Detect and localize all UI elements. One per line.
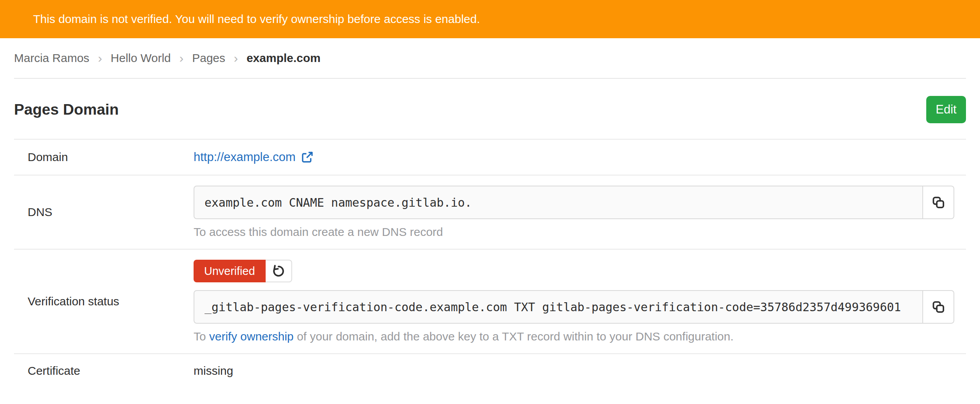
- dns-record-input-group: [194, 186, 954, 219]
- breadcrumb-item-user[interactable]: Marcia Ramos: [14, 51, 89, 65]
- verification-help-text: To verify ownership of your domain, add …: [194, 330, 954, 343]
- verification-copy-button[interactable]: [923, 290, 954, 324]
- domain-settings-table: Domain http://example.com DNS: [14, 139, 966, 388]
- breadcrumb: Marcia Ramos › Hello World › Pages › exa…: [14, 38, 966, 79]
- unverified-status-badge: Unverified: [194, 260, 266, 282]
- edit-button[interactable]: Edit: [926, 96, 966, 123]
- domain-link[interactable]: http://example.com: [194, 150, 314, 164]
- verification-row-label: Verification status: [14, 250, 194, 353]
- page-title: Pages Domain: [14, 101, 119, 118]
- breadcrumb-item-pages[interactable]: Pages: [192, 51, 225, 65]
- table-row-verification: Verification status Unverified: [14, 250, 966, 354]
- breadcrumb-item-current-domain: example.com: [247, 51, 321, 65]
- page-container: Marcia Ramos › Hello World › Pages › exa…: [0, 38, 980, 388]
- warning-banner-text: This domain is not verified. You will ne…: [33, 12, 480, 26]
- verification-code-input[interactable]: [194, 290, 923, 324]
- external-link-icon: [301, 151, 314, 163]
- table-row-certificate: Certificate missing: [14, 354, 966, 388]
- retry-icon: [271, 264, 286, 278]
- page-header: Pages Domain Edit: [14, 79, 966, 139]
- domain-link-text: http://example.com: [194, 150, 296, 164]
- retry-verification-button[interactable]: [266, 260, 292, 282]
- domain-row-label: Domain: [14, 140, 194, 175]
- table-row-dns: DNS To access this domain create a new D…: [14, 175, 966, 250]
- domain-row-value: http://example.com: [194, 140, 966, 175]
- verification-code-input-group: [194, 290, 954, 324]
- verification-help-suffix: of your domain, add the above key to a T…: [294, 330, 734, 343]
- dns-record-input[interactable]: [194, 186, 923, 219]
- verify-ownership-link[interactable]: verify ownership: [209, 330, 294, 343]
- dns-help-text: To access this domain create a new DNS r…: [194, 225, 954, 239]
- dns-row-label: DNS: [14, 175, 194, 249]
- dns-row-value: To access this domain create a new DNS r…: [194, 175, 966, 249]
- breadcrumb-separator-icon: ›: [98, 51, 102, 66]
- verification-help-prefix: To: [194, 330, 209, 343]
- certificate-row-value: missing: [194, 354, 966, 388]
- certificate-status-value: missing: [194, 364, 954, 377]
- copy-to-clipboard-icon: [931, 195, 945, 209]
- verification-badge-group: Unverified: [194, 260, 292, 282]
- breadcrumb-separator-icon: ›: [180, 51, 184, 66]
- table-row-domain: Domain http://example.com: [14, 140, 966, 175]
- warning-banner: This domain is not verified. You will ne…: [0, 0, 980, 38]
- breadcrumb-separator-icon: ›: [234, 51, 238, 66]
- copy-to-clipboard-icon: [931, 300, 945, 314]
- verification-row-value: Unverified: [194, 250, 966, 353]
- breadcrumb-item-project[interactable]: Hello World: [111, 51, 171, 65]
- certificate-row-label: Certificate: [14, 354, 194, 388]
- dns-copy-button[interactable]: [923, 186, 954, 219]
